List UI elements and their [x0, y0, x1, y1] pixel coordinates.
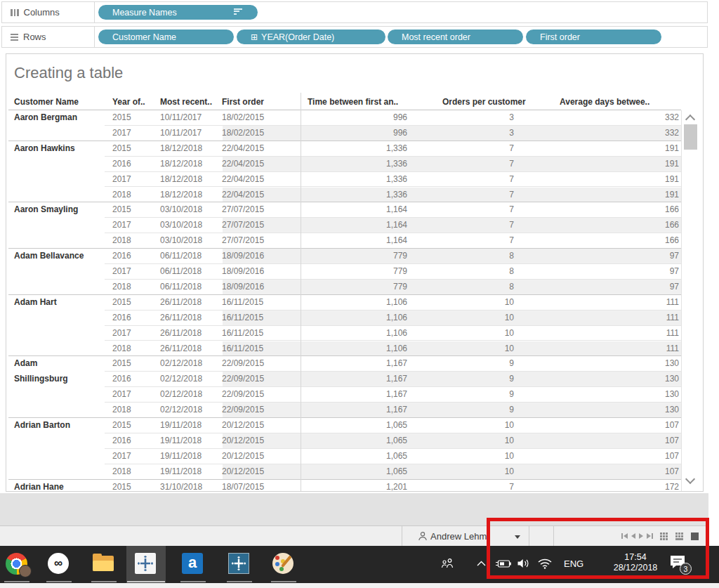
table-row[interactable]: 201803/10/201827/07/20151,1647166	[6, 233, 703, 249]
amazon-icon[interactable]: a	[182, 553, 204, 575]
time-between-cell: 1,106	[308, 326, 407, 341]
avg-days-cell: 111	[534, 326, 679, 341]
table-row[interactable]: Aaron Hawkins201518/12/201822/04/20151,3…	[6, 141, 703, 157]
table-row[interactable]: 201703/10/201827/07/20151,1647166	[6, 218, 703, 233]
header-underline	[8, 110, 681, 110]
most-recent-cell: 31/10/2018	[160, 480, 202, 492]
scrollbar-thumb[interactable]	[684, 124, 697, 150]
time-between-cell: 1,065	[308, 464, 407, 480]
tableau-icon[interactable]	[228, 553, 251, 575]
columns-icon	[11, 9, 19, 16]
orders-cell: 3	[421, 126, 514, 141]
pill-first-order[interactable]: First order	[526, 30, 661, 44]
table-row[interactable]: 201806/11/201818/09/2016779897	[6, 280, 703, 295]
orders-cell: 10	[421, 295, 514, 311]
most-recent-cell: 18/12/2018	[160, 188, 202, 203]
most-recent-cell: 19/11/2018	[160, 433, 202, 449]
first-order-cell: 18/09/2016	[222, 249, 264, 264]
avg-days-cell: 111	[534, 311, 679, 326]
pill-year-order-date[interactable]: ⊞ YEAR(Order Date)	[237, 30, 385, 44]
year-cell: 2018	[112, 188, 131, 203]
avg-days-cell: 97	[534, 280, 679, 295]
year-cell: 2016	[112, 433, 131, 449]
time-between-cell: 996	[308, 110, 407, 126]
time-between-cell: 1,336	[308, 172, 407, 188]
user-menu[interactable]: Andrew Lehm	[430, 531, 487, 542]
column-header-year[interactable]: Year of..	[112, 94, 145, 110]
first-order-cell: 18/02/2015	[222, 126, 264, 141]
avg-days-cell: 166	[534, 233, 679, 249]
first-order-cell: 16/11/2015	[222, 326, 263, 341]
orders-cell: 10	[421, 311, 514, 326]
column-header-customer-name[interactable]: Customer Name	[14, 94, 79, 110]
column-header-most-recent[interactable]: Most recent..	[160, 94, 212, 110]
table-row[interactable]: 201626/11/201816/11/20151,10610111	[6, 311, 703, 326]
avg-days-cell: 130	[534, 372, 679, 387]
infinity-app-icon[interactable]: ∞	[48, 553, 70, 575]
column-header-orders-per-customer[interactable]: Orders per customer	[442, 94, 526, 110]
tableau-active-icon[interactable]	[135, 553, 157, 575]
time-between-cell: 1,167	[308, 372, 407, 387]
year-cell: 2017	[112, 126, 131, 141]
table-row[interactable]: 201819/11/201820/12/20151,06510107	[6, 464, 703, 480]
table-row[interactable]: Adam Shillingsburg201502/12/201822/09/20…	[6, 356, 703, 372]
table-row[interactable]: Adam Bellavance201606/11/201818/09/20167…	[6, 249, 703, 264]
paint-icon[interactable]	[272, 553, 295, 575]
table-row[interactable]: Aaron Smayling201503/10/201827/07/20151,…	[6, 202, 703, 218]
orders-cell: 8	[421, 249, 514, 264]
pill-label: First order	[540, 32, 580, 42]
chrome-icon[interactable]	[6, 553, 28, 575]
table-row[interactable]: 201719/11/201820/12/20151,06510107	[6, 449, 703, 464]
pill-customer-name[interactable]: Customer Name	[98, 30, 234, 44]
column-header-first-order[interactable]: First order	[222, 94, 264, 110]
column-header-average-days[interactable]: Average days betwee..	[560, 94, 649, 110]
column-header-time-between[interactable]: Time between first an..	[308, 94, 398, 110]
customer-name-cell: Aaron Hawkins	[14, 141, 84, 157]
most-recent-cell: 06/11/2018	[160, 280, 202, 295]
table-row[interactable]: 201826/11/201816/11/20151,10610111	[6, 341, 703, 357]
table-row[interactable]: Adrian Hane201531/10/201818/07/20151,201…	[6, 480, 703, 492]
table-row[interactable]: 201618/12/201822/04/20151,3367191	[6, 157, 703, 172]
table-row[interactable]: 201619/11/201820/12/20151,06510107	[6, 433, 703, 449]
first-order-cell: 27/07/2015	[222, 218, 264, 233]
table-row[interactable]: 201710/11/201718/02/20159963332	[6, 126, 703, 141]
most-recent-cell: 26/11/2018	[160, 311, 202, 326]
orders-cell: 7	[421, 157, 514, 172]
table-row[interactable]: 201702/12/201822/09/20151,1679130	[6, 387, 703, 403]
most-recent-cell: 02/12/2018	[160, 387, 202, 403]
rows-shelf[interactable]: Rows Customer Name ⊞ YEAR(Order Date) Mo…	[1, 26, 708, 48]
most-recent-cell: 19/11/2018	[160, 449, 202, 464]
file-explorer-icon[interactable]	[93, 553, 115, 575]
first-order-cell: 22/09/2015	[222, 403, 264, 418]
pill-measure-names[interactable]: Measure Names	[98, 5, 258, 20]
most-recent-cell: 10/11/2017	[160, 110, 202, 126]
expand-icon[interactable]: ⊞	[251, 33, 258, 41]
most-recent-cell: 18/12/2018	[160, 141, 202, 157]
time-between-cell: 1,065	[308, 418, 407, 433]
avg-days-cell: 97	[534, 249, 679, 264]
first-order-cell: 18/09/2016	[222, 264, 264, 280]
columns-shelf[interactable]: Columns Measure Names	[1, 1, 708, 23]
avg-days-cell: 332	[534, 126, 679, 141]
table-row[interactable]: 201802/12/201822/09/20151,1679130	[6, 403, 703, 418]
table-row[interactable]: 201818/12/201822/04/20151,3367191	[6, 188, 703, 203]
time-between-cell: 996	[308, 126, 407, 141]
table-row[interactable]: Adam Hart201526/11/201816/11/20151,10610…	[6, 295, 703, 311]
first-order-cell: 16/11/2015	[222, 341, 263, 357]
running-indicator-active	[127, 581, 165, 583]
avg-days-cell: 107	[534, 449, 679, 464]
year-cell: 2017	[112, 449, 131, 464]
pill-most-recent-order[interactable]: Most recent order	[388, 30, 523, 44]
table-row[interactable]: Adrian Barton201519/11/201820/12/20151,0…	[6, 418, 703, 433]
customer-name-cell: Aaron Smayling	[14, 202, 84, 218]
table-row[interactable]: 201726/11/201816/11/20151,10610111	[6, 326, 703, 341]
year-cell: 2017	[112, 264, 131, 280]
table-row[interactable]: 201706/11/201818/09/2016779897	[6, 264, 703, 280]
first-order-cell: 16/11/2015	[222, 311, 263, 326]
chevron-up-icon[interactable]	[476, 560, 487, 567]
people-icon[interactable]	[441, 558, 454, 569]
avg-days-cell: 107	[534, 433, 679, 449]
table-row[interactable]: Aaron Bergman201510/11/201718/02/2015996…	[6, 110, 703, 126]
table-row[interactable]: 201718/12/201822/04/20151,3367191	[6, 172, 703, 188]
table-row[interactable]: 201602/12/201822/09/20151,1679130	[6, 372, 703, 387]
